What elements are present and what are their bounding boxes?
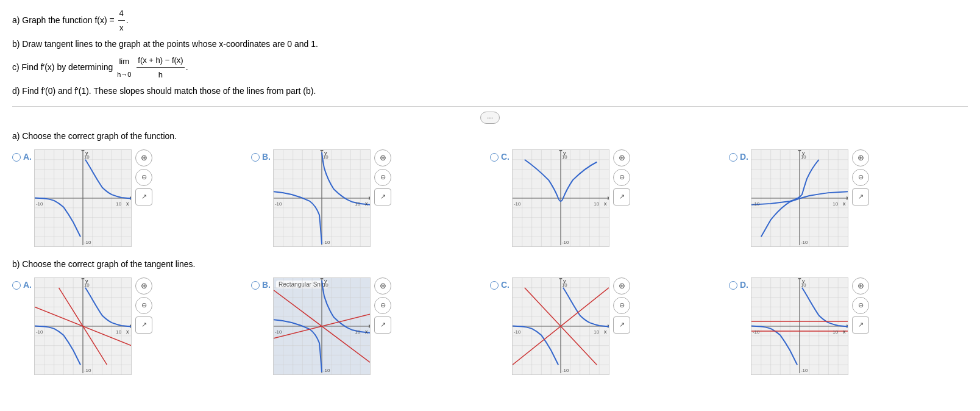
- svg-text:x: x: [365, 329, 368, 335]
- external-link-button-b-c[interactable]: ↗: [613, 316, 630, 334]
- svg-text:x: x: [843, 329, 846, 335]
- graph-a-b-icons: ⊕ ⊖ ↗: [374, 149, 391, 206]
- radio-a-c[interactable]: C.: [490, 152, 510, 162]
- radio-circle-b-b[interactable]: [251, 281, 260, 290]
- svg-text:x: x: [843, 201, 846, 207]
- radio-circle-b-d[interactable]: [729, 281, 737, 290]
- svg-text:x: x: [365, 201, 368, 207]
- svg-marker-77: [559, 150, 563, 151]
- svg-text:10: 10: [355, 201, 360, 207]
- radio-circle-a-d[interactable]: [729, 153, 737, 162]
- graph-b-d-icons: ⊕ ⊖ ↗: [852, 277, 869, 334]
- section-a-option-b: B.: [251, 149, 490, 247]
- radio-a-b[interactable]: B.: [251, 152, 271, 162]
- zoom-in-button-a-c[interactable]: ⊕: [613, 149, 630, 166]
- option-letter-b-b: B.: [262, 280, 271, 290]
- radio-a-d[interactable]: D.: [729, 152, 748, 162]
- svg-text:10: 10: [594, 329, 599, 335]
- external-link-button-a-d[interactable]: ↗: [852, 188, 869, 206]
- option-letter-b-c: C.: [501, 280, 510, 290]
- radio-b-d[interactable]: D.: [729, 280, 748, 290]
- svg-text:-10: -10: [84, 240, 91, 245]
- svg-text:10: 10: [833, 329, 838, 335]
- ellipsis-button[interactable]: ···: [480, 112, 500, 124]
- svg-marker-105: [798, 150, 801, 151]
- svg-marker-21: [81, 150, 85, 151]
- svg-marker-223: [798, 278, 801, 279]
- radio-circle-b-a[interactable]: [12, 281, 21, 290]
- radio-a-a[interactable]: A.: [12, 152, 32, 162]
- svg-text:10: 10: [84, 154, 90, 160]
- section-a-option-d: D.: [729, 149, 968, 247]
- zoom-in-button-b-c[interactable]: ⊕: [613, 277, 630, 295]
- external-link-button-b-a[interactable]: ↗: [135, 316, 152, 334]
- svg-text:-10: -10: [36, 329, 43, 335]
- svg-text:-10: -10: [323, 368, 330, 373]
- svg-text:10: 10: [801, 154, 806, 160]
- option-letter-a-c: C.: [501, 152, 510, 162]
- part-d-text: d) Find f′(0) and f′(1). These slopes sh…: [12, 84, 968, 99]
- graph-b-a-icons: ⊕ ⊖ ↗: [135, 277, 152, 334]
- graph-a-a: x y -10 10 -10 10: [34, 149, 132, 247]
- radio-circle-a-a[interactable]: [12, 153, 21, 162]
- svg-text:10: 10: [801, 282, 806, 288]
- zoom-in-button-b-b[interactable]: ⊕: [374, 277, 391, 295]
- zoom-out-button-b-d[interactable]: ⊖: [852, 297, 869, 314]
- part-a-text: a) Graph the function f(x) = 4x.: [12, 6, 968, 35]
- external-link-button-a-a[interactable]: ↗: [135, 188, 152, 206]
- external-link-button-a-b[interactable]: ↗: [374, 188, 391, 206]
- svg-text:-10: -10: [323, 240, 330, 245]
- svg-text:x: x: [126, 329, 129, 335]
- zoom-in-button-a-b[interactable]: ⊕: [374, 149, 391, 166]
- svg-text:10: 10: [355, 329, 360, 335]
- graph-a-b: x y -10 10 -10 10: [273, 149, 371, 247]
- section-a-label: a) Choose the correct graph of the funct…: [12, 131, 968, 141]
- svg-text:x: x: [604, 329, 607, 335]
- svg-text:-10: -10: [275, 201, 282, 207]
- radio-circle-a-c[interactable]: [490, 153, 499, 162]
- radio-b-a[interactable]: A.: [12, 280, 32, 290]
- zoom-in-button-b-d[interactable]: ⊕: [852, 277, 869, 295]
- svg-text:10: 10: [833, 201, 838, 207]
- graph-b-b: Rectangular Snip: [273, 277, 371, 375]
- zoom-out-button-b-a[interactable]: ⊖: [135, 297, 152, 314]
- graph-a-d-icons: ⊕ ⊖ ↗: [852, 149, 869, 206]
- graph-a-d: x y -10 10 -10 10: [751, 149, 848, 247]
- external-link-button-a-c[interactable]: ↗: [613, 188, 630, 206]
- zoom-out-button-a-b[interactable]: ⊖: [374, 169, 391, 186]
- zoom-out-button-a-d[interactable]: ⊖: [852, 169, 869, 186]
- zoom-in-button-b-a[interactable]: ⊕: [135, 277, 152, 295]
- svg-text:10: 10: [594, 201, 599, 207]
- svg-marker-163: [320, 278, 324, 279]
- zoom-out-button-b-b[interactable]: ⊖: [374, 297, 391, 314]
- section-a-options: A.: [12, 149, 968, 247]
- radio-circle-b-c[interactable]: [490, 281, 499, 290]
- zoom-out-button-a-a[interactable]: ⊖: [135, 169, 152, 186]
- svg-marker-133: [81, 278, 85, 279]
- svg-text:10: 10: [323, 282, 328, 288]
- svg-text:-10: -10: [801, 368, 808, 373]
- radio-b-c[interactable]: C.: [490, 280, 510, 290]
- svg-text:10: 10: [562, 154, 567, 160]
- svg-text:x: x: [604, 201, 607, 207]
- zoom-in-button-a-d[interactable]: ⊕: [852, 149, 869, 166]
- radio-b-b[interactable]: B.: [251, 280, 271, 290]
- zoom-out-button-a-c[interactable]: ⊖: [613, 169, 630, 186]
- svg-marker-193: [559, 278, 563, 279]
- graph-a-c: x y -10 10 -10 10: [512, 149, 609, 247]
- section-b-option-a: A.: [12, 277, 251, 375]
- option-letter-a-a: A.: [23, 152, 32, 162]
- radio-circle-a-b[interactable]: [251, 153, 260, 162]
- zoom-out-button-b-c[interactable]: ⊖: [613, 297, 630, 314]
- svg-text:-10: -10: [562, 240, 569, 245]
- svg-text:10: 10: [116, 201, 121, 207]
- zoom-in-button-a-a[interactable]: ⊕: [135, 149, 152, 166]
- svg-text:-10: -10: [514, 329, 521, 335]
- graph-b-a: x y -10 10 -10 10: [34, 277, 132, 375]
- svg-text:-10: -10: [514, 201, 521, 207]
- svg-text:10: 10: [84, 282, 90, 288]
- external-link-button-b-b[interactable]: ↗: [374, 316, 391, 334]
- external-link-button-b-d[interactable]: ↗: [852, 316, 869, 334]
- option-letter-b-a: A.: [23, 280, 32, 290]
- option-letter-a-b: B.: [262, 152, 271, 162]
